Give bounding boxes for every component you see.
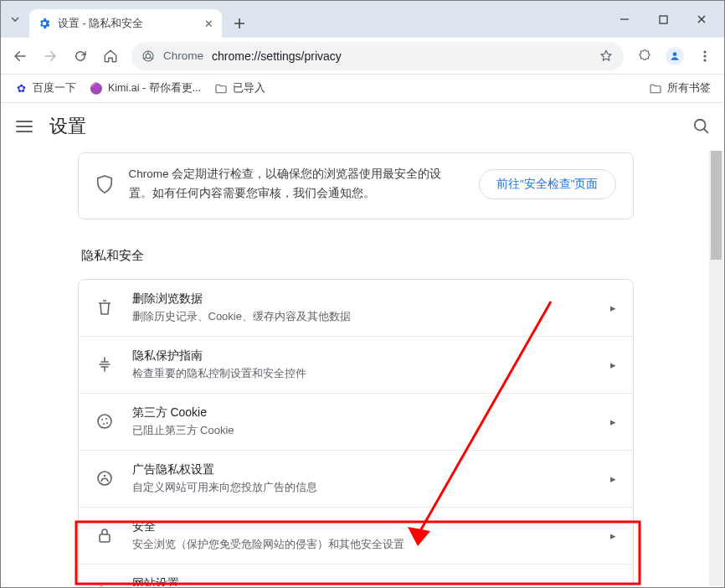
chevron-right-icon: ▸ xyxy=(610,302,616,314)
trash-icon xyxy=(95,299,114,316)
avatar xyxy=(666,47,684,65)
window-controls xyxy=(605,1,721,38)
guide-icon xyxy=(95,356,114,373)
all-bookmarks[interactable]: 所有书签 xyxy=(644,78,716,99)
chrome-logo-icon xyxy=(141,49,155,63)
reload-icon xyxy=(73,49,88,64)
settings-header: 设置 xyxy=(1,103,724,150)
omnibox-site-label: Chrome xyxy=(163,49,203,62)
all-bookmarks-label: 所有书签 xyxy=(667,81,711,95)
bookmark-item[interactable]: ✿ 百度一下 xyxy=(9,78,81,99)
chevron-down-icon xyxy=(10,14,20,24)
row-desc: 自定义网站可用来向您投放广告的信息 xyxy=(132,480,592,495)
bookmarks-bar: ✿ 百度一下 🟣 Kimi.ai - 帮你看更... 已导入 所有书签 xyxy=(1,75,724,103)
paw-icon: ✿ xyxy=(14,82,28,95)
shield-icon xyxy=(95,174,114,194)
svg-point-4 xyxy=(703,50,706,53)
privacy-settings-card: 删除浏览数据 删除历史记录、Cookie、缓存内容及其他数据 ▸ 隐私保护指南 … xyxy=(78,279,634,586)
puzzle-icon xyxy=(637,49,652,64)
kebab-icon xyxy=(698,49,712,63)
browser-toolbar: Chrome chrome://settings/privacy xyxy=(1,38,724,75)
go-to-safety-check-button[interactable]: 前往"安全检查"页面 xyxy=(479,169,616,199)
profile-button[interactable] xyxy=(661,42,689,70)
row-title: 网站设置 xyxy=(132,576,592,586)
bookmark-item[interactable]: 🟣 Kimi.ai - 帮你看更... xyxy=(85,78,206,99)
svg-point-2 xyxy=(146,54,150,58)
plus-icon xyxy=(234,18,245,29)
chevron-right-icon: ▸ xyxy=(610,529,616,542)
svg-point-9 xyxy=(101,419,103,420)
nav-back[interactable] xyxy=(6,42,34,70)
tab-title: 设置 - 隐私和安全 xyxy=(58,17,143,31)
browser-menu[interactable] xyxy=(691,42,719,70)
row-title: 删除浏览数据 xyxy=(132,291,592,307)
row-security[interactable]: 安全 安全浏览（保护您免受危险网站的侵害）和其他安全设置 ▸ xyxy=(79,507,633,564)
chevron-right-icon: ▸ xyxy=(610,358,616,371)
window-maximize[interactable] xyxy=(644,7,682,32)
bookmark-label: 百度一下 xyxy=(33,81,76,95)
svg-rect-0 xyxy=(660,16,667,23)
row-privacy-guide[interactable]: 隐私保护指南 检查重要的隐私控制设置和安全控件 ▸ xyxy=(79,336,633,393)
arrow-left-icon xyxy=(13,49,28,64)
tabs-dropdown[interactable] xyxy=(1,1,29,38)
cookie-icon xyxy=(95,413,114,430)
nav-home[interactable] xyxy=(96,42,125,70)
row-clear-browsing-data[interactable]: 删除浏览数据 删除历史记录、Cookie、缓存内容及其他数据 ▸ xyxy=(79,280,633,336)
row-title: 隐私保护指南 xyxy=(132,348,592,364)
safety-check-card: Chrome 会定期进行检查，以确保您的浏览器使用最安全的设置。如有任何内容需要… xyxy=(78,152,634,219)
content-viewport: Chrome 会定期进行检查，以确保您的浏览器使用最安全的设置。如有任何内容需要… xyxy=(2,151,723,586)
scrollbar[interactable] xyxy=(709,151,723,586)
window-minimize[interactable] xyxy=(605,7,644,32)
svg-point-12 xyxy=(106,422,108,424)
row-site-settings[interactable]: 网站设置 控制网站可以使用和显示的信息（位置信息、摄像头、弹出式窗口等） ▸ xyxy=(79,564,633,586)
svg-point-11 xyxy=(103,423,105,425)
browser-tab[interactable]: 设置 - 隐私和安全 ✕ xyxy=(29,9,222,38)
site-icon: 🟣 xyxy=(90,82,103,95)
extensions-button[interactable] xyxy=(630,42,659,70)
omnibox[interactable]: Chrome chrome://settings/privacy xyxy=(131,42,624,70)
nav-reload[interactable] xyxy=(66,42,95,70)
omnibox-url: chrome://settings/privacy xyxy=(212,49,590,63)
folder-icon xyxy=(649,82,662,95)
hamburger-icon xyxy=(16,120,33,133)
row-title: 第三方 Cookie xyxy=(132,405,592,420)
svg-point-14 xyxy=(103,475,105,477)
window-titlebar: 设置 - 隐私和安全 ✕ xyxy=(1,1,724,38)
svg-rect-15 xyxy=(100,534,110,542)
svg-point-6 xyxy=(703,59,706,61)
folder-icon xyxy=(214,82,228,95)
gear-icon xyxy=(38,17,51,30)
row-desc: 删除历史记录、Cookie、缓存内容及其他数据 xyxy=(132,309,592,324)
tab-close[interactable]: ✕ xyxy=(204,18,213,30)
svg-point-3 xyxy=(673,52,677,56)
section-heading-privacy: 隐私和安全 xyxy=(81,248,634,264)
home-icon xyxy=(103,49,118,64)
page-title: 设置 xyxy=(49,114,86,139)
window-close[interactable] xyxy=(682,7,721,32)
new-tab-button[interactable] xyxy=(227,11,252,36)
svg-point-8 xyxy=(98,415,111,428)
sliders-icon xyxy=(95,585,114,586)
row-ad-privacy[interactable]: 广告隐私权设置 自定义网站可用来向您投放广告的信息 ▸ xyxy=(79,450,633,507)
row-desc: 安全浏览（保护您免受危险网站的侵害）和其他安全设置 xyxy=(132,537,592,552)
row-title: 广告隐私权设置 xyxy=(132,462,592,477)
chevron-right-icon: ▸ xyxy=(610,415,616,428)
bookmark-folder[interactable]: 已导入 xyxy=(209,78,270,99)
star-icon xyxy=(599,49,614,64)
row-desc: 检查重要的隐私控制设置和安全控件 xyxy=(132,366,592,381)
arrow-right-icon xyxy=(43,49,58,64)
settings-search-button[interactable] xyxy=(692,117,711,136)
safety-check-description: Chrome 会定期进行检查，以确保您的浏览器使用最安全的设置。如有任何内容需要… xyxy=(129,165,464,204)
search-icon xyxy=(692,117,711,136)
nav-forward[interactable] xyxy=(36,42,64,70)
row-third-party-cookies[interactable]: 第三方 Cookie 已阻止第三方 Cookie ▸ xyxy=(79,393,633,450)
lock-icon xyxy=(95,527,114,544)
settings-menu-button[interactable] xyxy=(14,120,34,133)
svg-point-5 xyxy=(703,54,706,57)
row-title: 安全 xyxy=(132,519,592,534)
scrollbar-thumb[interactable] xyxy=(711,151,722,260)
ads-icon xyxy=(95,470,114,487)
bookmark-label: Kimi.ai - 帮你看更... xyxy=(108,81,201,95)
row-desc: 已阻止第三方 Cookie xyxy=(132,423,592,438)
bookmark-star[interactable] xyxy=(599,49,614,64)
